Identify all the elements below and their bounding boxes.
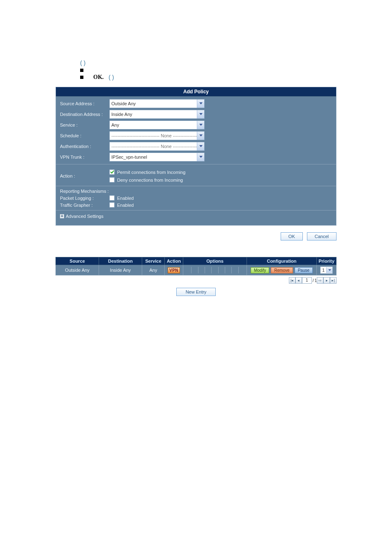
source-address-select[interactable]: Outside Any bbox=[109, 99, 205, 108]
col-action: Action bbox=[165, 257, 183, 265]
add-policy-panel: Add Policy Source Address : Outside Any … bbox=[55, 87, 337, 226]
chevron-down-icon bbox=[197, 99, 204, 108]
schedule-select[interactable]: -------------------------------- None --… bbox=[109, 131, 205, 140]
cell-service: Any bbox=[142, 265, 165, 275]
authentication-select[interactable]: -------------------------------- None --… bbox=[109, 142, 205, 151]
modify-button[interactable]: Modify bbox=[251, 267, 269, 273]
panel-title: Add Policy bbox=[56, 87, 336, 97]
option-slot bbox=[191, 267, 198, 273]
svg-marker-5 bbox=[199, 156, 203, 158]
chevron-down-icon bbox=[197, 142, 204, 150]
packet-logging-text: Enabled bbox=[117, 196, 134, 201]
vpn-badge: VPN bbox=[168, 267, 180, 273]
remove-button[interactable]: Remove bbox=[271, 267, 293, 273]
authentication-label: Authentication : bbox=[60, 144, 109, 149]
pager-prev-button[interactable]: ◂ bbox=[295, 277, 302, 284]
pause-button[interactable]: Pause bbox=[295, 267, 313, 273]
pager-last-button[interactable]: ▸| bbox=[330, 277, 337, 284]
cell-action: VPN bbox=[165, 265, 183, 275]
col-destination: Destination bbox=[99, 257, 142, 265]
service-label: Service : bbox=[60, 123, 109, 127]
col-priority: Priority bbox=[317, 257, 337, 265]
traffic-grapher-text: Enabled bbox=[117, 203, 134, 208]
permit-label: Permit connections from Incoming bbox=[117, 170, 185, 175]
svg-marker-6 bbox=[328, 269, 331, 271]
pager-go-button[interactable]: ⇨ bbox=[317, 277, 323, 284]
chevron-down-icon bbox=[197, 121, 204, 129]
option-slot bbox=[211, 267, 218, 273]
service-select[interactable]: Any bbox=[109, 120, 205, 130]
cell-configuration: Modify Remove Pause bbox=[247, 265, 317, 275]
col-source: Source bbox=[56, 257, 99, 265]
pager-first-button[interactable]: |◂ bbox=[289, 277, 295, 284]
intro-paren-bottom: ( ) bbox=[108, 72, 114, 83]
vpn-trunk-label: VPN Trunk : bbox=[60, 155, 109, 160]
bullet-icon bbox=[80, 76, 83, 79]
svg-marker-1 bbox=[199, 113, 203, 115]
chevron-down-icon bbox=[197, 132, 204, 140]
chevron-down-icon bbox=[197, 153, 204, 161]
new-entry-button[interactable]: New Entry bbox=[176, 288, 216, 296]
table-row: Outside Any Inside Any Any VPN bbox=[56, 265, 337, 275]
pager-page-input[interactable]: 1 bbox=[302, 277, 312, 284]
traffic-grapher-checkbox[interactable] bbox=[109, 202, 115, 208]
deny-checkbox-row[interactable]: Deny connections from Incoming bbox=[109, 177, 185, 183]
permit-checkbox[interactable] bbox=[109, 169, 115, 175]
chevron-down-icon bbox=[197, 110, 204, 118]
cancel-button[interactable]: Cancel bbox=[307, 232, 337, 240]
svg-marker-3 bbox=[199, 134, 203, 136]
chevron-down-icon bbox=[326, 267, 332, 273]
traffic-grapher-checkbox-row[interactable]: Enabled bbox=[109, 202, 134, 208]
col-service: Service bbox=[142, 257, 165, 265]
col-options: Options bbox=[183, 257, 247, 265]
option-slot bbox=[218, 267, 225, 273]
packet-logging-checkbox-row[interactable]: Enabled bbox=[109, 195, 134, 201]
advanced-settings-label: Advanced Settings bbox=[66, 214, 104, 219]
pager: |◂ ◂ 1 / 1 ⇨ ▸ ▸| bbox=[55, 277, 337, 284]
bullet-icon bbox=[80, 69, 83, 72]
svg-marker-2 bbox=[199, 124, 203, 126]
priority-select[interactable]: 1 bbox=[320, 266, 333, 274]
option-slot bbox=[225, 267, 231, 273]
cell-source: Outside Any bbox=[56, 265, 99, 275]
permit-checkbox-row[interactable]: Permit connections from Incoming bbox=[109, 169, 185, 175]
packet-logging-checkbox[interactable] bbox=[109, 195, 115, 201]
deny-label: Deny connections from Incoming bbox=[117, 178, 183, 183]
option-slot bbox=[231, 267, 238, 273]
col-configuration: Configuration bbox=[247, 257, 317, 265]
ok-button[interactable]: OK bbox=[281, 232, 303, 240]
deny-checkbox[interactable] bbox=[109, 177, 115, 183]
option-slot bbox=[238, 267, 245, 273]
svg-marker-4 bbox=[199, 145, 203, 147]
destination-address-label: Destination Address : bbox=[60, 112, 109, 117]
packet-logging-label: Packet Logging : bbox=[60, 196, 109, 201]
intro-block: ( ) OK. ( ) bbox=[55, 58, 337, 83]
pager-sep: / bbox=[312, 278, 315, 283]
traffic-grapher-label: Traffic Grapher : bbox=[60, 203, 109, 208]
action-label: Action : bbox=[60, 173, 109, 178]
cell-priority: 1 bbox=[317, 265, 337, 275]
intro-ok-text: OK. bbox=[93, 72, 104, 83]
svg-marker-0 bbox=[199, 102, 203, 104]
option-slot bbox=[205, 267, 211, 273]
cell-destination: Inside Any bbox=[99, 265, 142, 275]
vpn-trunk-select[interactable]: IPSec_vpn-tunnel bbox=[109, 153, 205, 162]
policy-list: Source Destination Service Action Option… bbox=[55, 257, 337, 296]
source-address-label: Source Address : bbox=[60, 101, 109, 106]
reporting-heading: Reporting Mechanisms : bbox=[60, 189, 109, 194]
plus-icon: + bbox=[60, 214, 64, 218]
advanced-settings-toggle[interactable]: + Advanced Settings bbox=[56, 210, 336, 225]
option-slot bbox=[185, 267, 191, 273]
option-slot bbox=[198, 267, 205, 273]
destination-address-select[interactable]: Inside Any bbox=[109, 110, 205, 119]
schedule-label: Schedule : bbox=[60, 133, 109, 138]
pager-next-button[interactable]: ▸ bbox=[323, 277, 330, 284]
cell-options bbox=[183, 265, 247, 275]
intro-paren-top: ( ) bbox=[80, 58, 85, 69]
